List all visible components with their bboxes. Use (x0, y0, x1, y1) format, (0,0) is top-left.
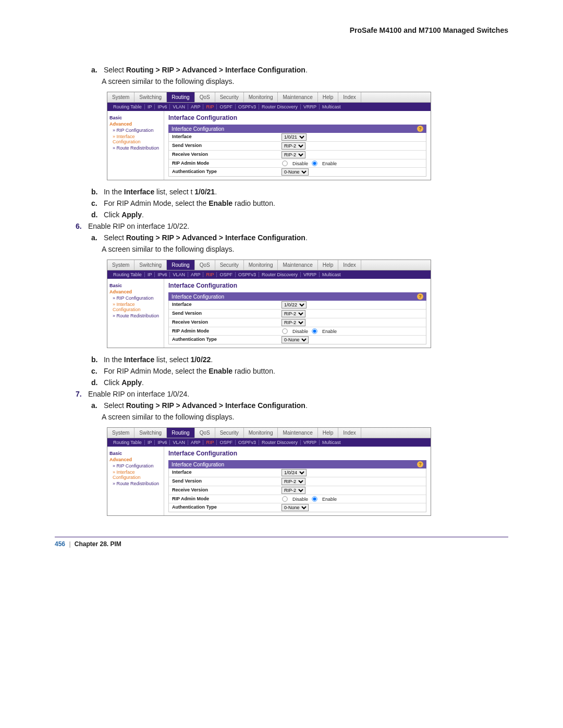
tab-security[interactable]: Security (215, 92, 244, 102)
subtab-routing-table[interactable]: Routing Table (111, 272, 145, 277)
auth-type-select[interactable]: 0-None (282, 336, 309, 343)
sidenav-item[interactable]: » RIP Configuration (113, 295, 162, 301)
receive-version-select[interactable]: RIP-2 (282, 487, 305, 494)
subtab-vlan[interactable]: VLAN (170, 272, 188, 277)
subtab-vrrp[interactable]: VRRP (301, 104, 320, 109)
subtab-arp[interactable]: ARP (188, 104, 204, 109)
subtab-router-discovery[interactable]: Router Discovery (259, 104, 301, 109)
subtab-arp[interactable]: ARP (188, 272, 204, 277)
tab-help[interactable]: Help (318, 428, 339, 438)
help-icon[interactable]: ? (417, 293, 423, 300)
subtab-ospf[interactable]: OSPF (217, 272, 236, 277)
sidenav-basic[interactable]: Basic (109, 451, 162, 456)
disable-radio[interactable] (282, 496, 287, 501)
sidenav-item[interactable]: » Interface Configuration (113, 470, 162, 480)
tab-index[interactable]: Index (338, 260, 361, 270)
subtab-router-discovery[interactable]: Router Discovery (259, 272, 301, 277)
subtab-ospf[interactable]: OSPF (217, 440, 236, 445)
tab-system[interactable]: System (107, 92, 134, 102)
subtab-ipv6[interactable]: IPv6 (155, 440, 170, 445)
subtab-ip[interactable]: IP (145, 272, 155, 277)
tab-maintenance[interactable]: Maintenance (278, 260, 317, 270)
subtab-multicast[interactable]: Multicast (320, 272, 344, 277)
tab-security[interactable]: Security (215, 260, 244, 270)
tab-routing[interactable]: Routing (167, 428, 194, 438)
sidenav-item[interactable]: » RIP Configuration (113, 128, 162, 133)
enable-radio[interactable] (312, 496, 317, 501)
subtab-arp[interactable]: ARP (188, 440, 204, 445)
sidenav-basic[interactable]: Basic (109, 283, 162, 288)
subtab-ipv6[interactable]: IPv6 (155, 104, 170, 109)
tab-security[interactable]: Security (215, 428, 244, 438)
interface-select[interactable]: 1/0/24 (282, 469, 307, 476)
auth-type-select[interactable]: 0-None (282, 168, 309, 176)
text: In the (104, 355, 124, 364)
interface-select[interactable]: 1/0/21 (282, 133, 307, 141)
main-tabs: SystemSwitchingRoutingQoSSecurityMonitor… (107, 92, 431, 103)
receive-version-select[interactable]: RIP-2 (282, 319, 305, 326)
sidenav-item[interactable]: » Route Redistribution (113, 145, 162, 151)
field-value: 0-None (279, 503, 426, 512)
sidenav-basic[interactable]: Basic (109, 115, 162, 120)
sidenav-advanced[interactable]: Advanced (109, 457, 162, 462)
subtab-ip[interactable]: IP (145, 440, 155, 445)
sidenav-advanced[interactable]: Advanced (109, 121, 162, 127)
subtab-multicast[interactable]: Multicast (320, 440, 344, 445)
tab-monitoring[interactable]: Monitoring (244, 428, 278, 438)
sidenav-item[interactable]: » Interface Configuration (113, 302, 162, 312)
disable-radio[interactable] (282, 161, 287, 166)
subtab-vrrp[interactable]: VRRP (301, 272, 320, 277)
tab-routing[interactable]: Routing (167, 260, 194, 270)
subtab-ospfv3[interactable]: OSPFv3 (236, 440, 259, 445)
interface-select[interactable]: 1/0/22 (282, 301, 307, 309)
subtab-rip[interactable]: RIP (203, 440, 217, 445)
subtab-ip[interactable]: IP (145, 104, 155, 109)
subtab-routing-table[interactable]: Routing Table (111, 104, 145, 109)
send-version-select[interactable]: RIP-2 (282, 310, 305, 317)
send-version-select[interactable]: RIP-2 (282, 142, 305, 150)
sidenav-item[interactable]: » RIP Configuration (113, 463, 162, 468)
sidenav-item[interactable]: » Route Redistribution (113, 313, 162, 318)
subtab-rip[interactable]: RIP (203, 272, 217, 277)
subtab-ospfv3[interactable]: OSPFv3 (236, 272, 259, 277)
subtab-multicast[interactable]: Multicast (320, 104, 344, 109)
enable-radio[interactable] (312, 328, 317, 334)
subtab-ipv6[interactable]: IPv6 (155, 272, 170, 277)
sidenav-item[interactable]: » Interface Configuration (113, 134, 162, 144)
tab-index[interactable]: Index (338, 428, 361, 438)
field-value: RIP-2 (279, 151, 426, 159)
auth-type-select[interactable]: 0-None (282, 504, 309, 511)
send-version-select[interactable]: RIP-2 (282, 478, 305, 485)
tab-index[interactable]: Index (338, 92, 361, 102)
subtab-rip[interactable]: RIP (203, 104, 217, 109)
tab-qos[interactable]: QoS (195, 92, 215, 102)
tab-monitoring[interactable]: Monitoring (244, 92, 278, 102)
tab-switching[interactable]: Switching (134, 428, 167, 438)
help-icon[interactable]: ? (417, 461, 423, 467)
tab-help[interactable]: Help (318, 260, 339, 270)
tab-routing[interactable]: Routing (167, 92, 194, 102)
tab-system[interactable]: System (107, 428, 134, 438)
tab-switching[interactable]: Switching (134, 92, 167, 102)
help-icon[interactable]: ? (417, 126, 423, 132)
tab-qos[interactable]: QoS (195, 260, 215, 270)
tab-maintenance[interactable]: Maintenance (278, 428, 317, 438)
subtab-ospfv3[interactable]: OSPFv3 (236, 104, 259, 109)
subtab-vlan[interactable]: VLAN (170, 440, 188, 445)
tab-system[interactable]: System (107, 260, 134, 270)
tab-monitoring[interactable]: Monitoring (244, 260, 278, 270)
subtab-vrrp[interactable]: VRRP (301, 440, 320, 445)
subtab-routing-table[interactable]: Routing Table (111, 440, 145, 445)
disable-radio[interactable] (282, 328, 287, 334)
sidenav-advanced[interactable]: Advanced (109, 289, 162, 294)
enable-radio[interactable] (312, 161, 317, 166)
sidenav-item[interactable]: » Route Redistribution (113, 481, 162, 486)
tab-maintenance[interactable]: Maintenance (278, 92, 317, 102)
subtab-router-discovery[interactable]: Router Discovery (259, 440, 301, 445)
subtab-vlan[interactable]: VLAN (170, 104, 188, 109)
tab-qos[interactable]: QoS (195, 428, 215, 438)
tab-help[interactable]: Help (318, 92, 339, 102)
tab-switching[interactable]: Switching (134, 260, 167, 270)
receive-version-select[interactable]: RIP-2 (282, 151, 305, 158)
subtab-ospf[interactable]: OSPF (217, 104, 236, 109)
